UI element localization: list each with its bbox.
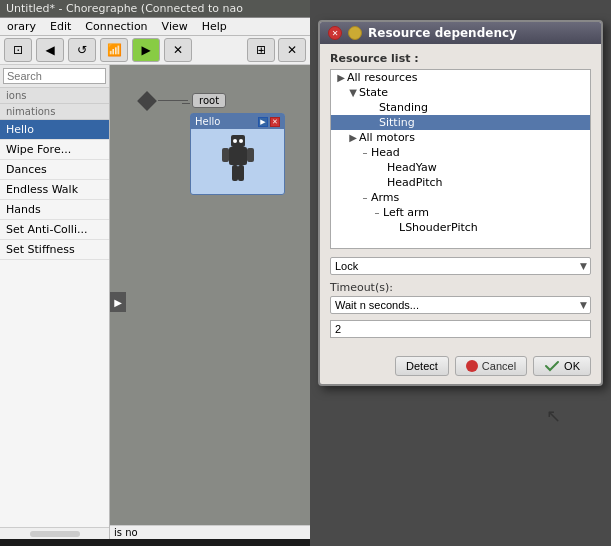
tree-item-lshoulderpitch[interactable]: LShouderPitch xyxy=(331,220,590,235)
tree-label: State xyxy=(359,86,388,99)
tree-label: Standing xyxy=(379,101,428,114)
panel-item-dances[interactable]: Dances xyxy=(0,160,109,180)
ok-icon xyxy=(544,360,560,372)
svg-point-7 xyxy=(239,139,243,143)
tree-label: HeadYaw xyxy=(387,161,437,174)
lock-field-row: Lock Unlock xyxy=(330,257,591,275)
timeout-value-input[interactable] xyxy=(330,320,591,338)
choreo-title: Untitled* - Choregraphe (Connected to na… xyxy=(6,2,243,15)
tree-label: Head xyxy=(371,146,400,159)
toolbar-play-btn[interactable]: ▶ xyxy=(132,38,160,62)
main-canvas: ▶ root Hello ▶ ✕ xyxy=(110,65,310,539)
left-panel: ions nimations Hello Wipe Fore... Dances… xyxy=(0,65,110,539)
dialog-titlebar: ✕ Resource dependency xyxy=(320,22,601,44)
panel-section-animations: nimations xyxy=(0,104,109,120)
tree-toggle: ▶ xyxy=(335,72,347,83)
choreo-titlebar: Untitled* - Choregraphe (Connected to na… xyxy=(0,0,310,18)
svg-rect-1 xyxy=(229,147,247,165)
svg-rect-5 xyxy=(238,165,244,181)
tree-item-standing[interactable]: Standing xyxy=(331,100,590,115)
tree-item-allresources[interactable]: ▶ All resources xyxy=(331,70,590,85)
dialog-buttons: Detect Cancel OK xyxy=(320,352,601,384)
lock-select-wrapper: Lock Unlock xyxy=(330,257,591,275)
tree-item-leftarm[interactable]: – Left arm xyxy=(331,205,590,220)
tree-item-arms[interactable]: – Arms xyxy=(331,190,590,205)
dialog-title: Resource dependency xyxy=(368,26,517,40)
svg-rect-2 xyxy=(222,148,229,162)
toolbar-extra-btn1[interactable]: ⊞ xyxy=(247,38,275,62)
tree-toggle: ▶ xyxy=(347,132,359,143)
dialog-min-btn[interactable] xyxy=(348,26,362,40)
panel-list: ions nimations Hello Wipe Fore... Dances… xyxy=(0,88,109,527)
scroll-thumb[interactable] xyxy=(30,531,80,537)
number-field-row xyxy=(330,320,591,338)
hello-titlebar: Hello ▶ ✕ xyxy=(191,114,284,129)
dialog-overlay: ✕ Resource dependency Resource list : ▶ … xyxy=(310,0,611,546)
hello-play-btn[interactable]: ▶ xyxy=(258,117,268,127)
toolbar-close-btn[interactable]: ✕ xyxy=(164,38,192,62)
flow-play-btn[interactable]: ▶ xyxy=(110,292,126,312)
checkmark-svg xyxy=(544,360,560,372)
tree-toggle: ▼ xyxy=(347,87,359,98)
hello-box[interactable]: Hello ▶ ✕ xyxy=(190,113,285,195)
tree-item-headyaw[interactable]: HeadYaw xyxy=(331,160,590,175)
toolbar-back-btn[interactable]: ⊡ xyxy=(4,38,32,62)
menu-view[interactable]: View xyxy=(159,19,191,34)
tree-label: Left arm xyxy=(383,206,429,219)
search-bar xyxy=(0,65,109,88)
detect-label: Detect xyxy=(406,360,438,372)
resource-tree[interactable]: ▶ All resources ▼ State Standing Sitting… xyxy=(330,69,591,249)
tree-label: All resources xyxy=(347,71,417,84)
root-node: root xyxy=(140,93,226,108)
dialog-close-btn[interactable]: ✕ xyxy=(328,26,342,40)
choreo-toolbar: ⊡ ◀ ↺ 📶 ▶ ✕ ⊞ ✕ xyxy=(0,36,310,65)
timeout-select[interactable]: Wait n seconds... No timeout Custom xyxy=(330,296,591,314)
panel-item-hands[interactable]: Hands xyxy=(0,200,109,220)
toolbar-extra-btn2[interactable]: ✕ xyxy=(278,38,306,62)
hello-label: Hello xyxy=(195,116,220,127)
svg-point-6 xyxy=(233,139,237,143)
resource-dependency-dialog: ✕ Resource dependency Resource list : ▶ … xyxy=(318,20,603,386)
flow-line xyxy=(158,100,188,101)
toolbar-reload-btn[interactable]: ↺ xyxy=(68,38,96,62)
tree-toggle: – xyxy=(359,192,371,203)
tree-item-state[interactable]: ▼ State xyxy=(331,85,590,100)
panel-item-endless-walk[interactable]: Endless Walk xyxy=(0,180,109,200)
root-label: root xyxy=(192,93,226,108)
cancel-icon xyxy=(466,360,478,372)
menu-help[interactable]: Help xyxy=(199,19,230,34)
panel-item-hello[interactable]: Hello xyxy=(0,120,109,140)
hello-body xyxy=(191,129,284,191)
timeout-select-wrapper: Wait n seconds... No timeout Custom xyxy=(330,296,591,314)
status-text: is no xyxy=(114,527,138,538)
tree-item-head[interactable]: – Head xyxy=(331,145,590,160)
lock-select[interactable]: Lock Unlock xyxy=(330,257,591,275)
search-input[interactable] xyxy=(3,68,106,84)
timeout-field-row: Wait n seconds... No timeout Custom xyxy=(330,296,591,314)
ok-button[interactable]: OK xyxy=(533,356,591,376)
resource-list-label: Resource list : xyxy=(330,52,591,65)
svg-rect-4 xyxy=(232,165,238,181)
tree-label: All motors xyxy=(359,131,415,144)
tree-label: Arms xyxy=(371,191,399,204)
conn-line xyxy=(182,103,190,104)
hello-stop-btn[interactable]: ✕ xyxy=(270,117,280,127)
panel-item-stiffness[interactable]: Set Stiffness xyxy=(0,240,109,260)
tree-label: LShouderPitch xyxy=(399,221,478,234)
cancel-button[interactable]: Cancel xyxy=(455,356,527,376)
tree-label: HeadPitch xyxy=(387,176,443,189)
tree-toggle: – xyxy=(371,207,383,218)
tree-item-headpitch[interactable]: HeadPitch xyxy=(331,175,590,190)
toolbar-left-btn[interactable]: ◀ xyxy=(36,38,64,62)
panel-section-ions: ions xyxy=(0,88,109,104)
panel-item-anti-colli[interactable]: Set Anti-Colli... xyxy=(0,220,109,240)
panel-item-wipe-fore[interactable]: Wipe Fore... xyxy=(0,140,109,160)
detect-button[interactable]: Detect xyxy=(395,356,449,376)
menu-library[interactable]: orary xyxy=(4,19,39,34)
menu-edit[interactable]: Edit xyxy=(47,19,74,34)
tree-item-sitting[interactable]: Sitting xyxy=(331,115,590,130)
cancel-label: Cancel xyxy=(482,360,516,372)
menu-connection[interactable]: Connection xyxy=(82,19,150,34)
tree-item-allmotors[interactable]: ▶ All motors xyxy=(331,130,590,145)
toolbar-wifi-btn[interactable]: 📶 xyxy=(100,38,128,62)
